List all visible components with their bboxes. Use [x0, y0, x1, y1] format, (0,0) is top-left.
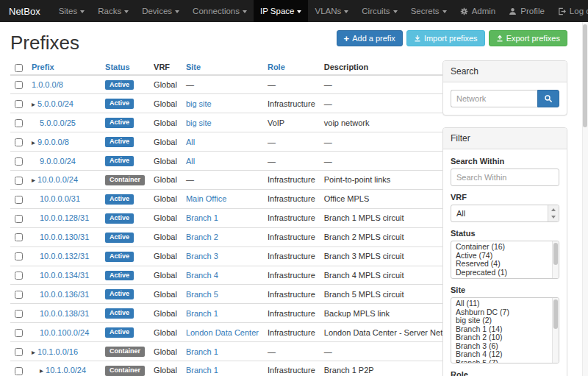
- table-row: 10.0.100.0/24 Active Global London Data …: [10, 323, 459, 342]
- status-cell: Active: [101, 304, 149, 323]
- brand-logo[interactable]: NetBox: [9, 0, 52, 22]
- site-link[interactable]: Branch 3: [186, 252, 218, 260]
- prefix-link[interactable]: 10.0.0.128/31: [40, 213, 89, 222]
- nav-item-vlans[interactable]: VLANs: [308, 0, 355, 22]
- site-link[interactable]: All: [186, 138, 195, 146]
- column-header-prefix[interactable]: Prefix: [32, 63, 54, 71]
- prefix-link[interactable]: 10.1.0.0/24: [46, 366, 86, 375]
- nav-item-profile[interactable]: Profile: [502, 0, 551, 22]
- listbox-option[interactable]: Branch 2 (10): [456, 333, 548, 342]
- prefix-table-wrap: Prefix Status VRF Site Role Description …: [10, 60, 434, 376]
- prefix-link[interactable]: 10.0.0.136/31: [40, 290, 89, 299]
- prefix-link[interactable]: 10.0.0.0/24: [37, 175, 78, 184]
- row-checkbox[interactable]: [15, 215, 23, 223]
- search-within-input[interactable]: [451, 169, 559, 186]
- row-checkbox[interactable]: [15, 119, 23, 127]
- search-button[interactable]: [537, 90, 559, 107]
- page-scrollbar[interactable]: [582, 22, 588, 376]
- prefix-link[interactable]: 10.0.0.130/31: [40, 233, 89, 241]
- description-cell: —: [320, 94, 459, 113]
- site-link[interactable]: big site: [186, 118, 212, 127]
- row-checkbox[interactable]: [15, 196, 23, 204]
- listbox-option[interactable]: Branch 1 (14): [456, 325, 548, 334]
- table-row: 10.0.0.0/31 Active Global Main Office In…: [10, 189, 459, 208]
- listbox-option[interactable]: Container (16): [456, 243, 548, 252]
- vrf-select[interactable]: All: [451, 205, 559, 222]
- column-header-status[interactable]: Status: [105, 63, 130, 71]
- site-link[interactable]: Branch 2: [186, 233, 218, 241]
- listbox-scrollbar: [552, 241, 559, 278]
- site-link[interactable]: Main Office: [186, 194, 226, 203]
- site-link[interactable]: All: [186, 157, 195, 166]
- prefix-link[interactable]: 9.0.0.0/24: [40, 157, 76, 166]
- nav-item-connections[interactable]: Connections: [186, 0, 254, 22]
- nav-item-ip-space[interactable]: IP Space: [254, 0, 308, 22]
- site-link[interactable]: Branch 1: [186, 366, 218, 375]
- row-checkbox[interactable]: [15, 100, 23, 108]
- row-checkbox[interactable]: [15, 252, 23, 260]
- row-checkbox[interactable]: [15, 329, 23, 337]
- prefix-link[interactable]: 5.0.0.0/24: [37, 99, 74, 108]
- vrf-cell: Global: [149, 285, 182, 304]
- listbox-option[interactable]: Branch 4 (12): [456, 350, 548, 359]
- site-link[interactable]: London Data Center: [186, 328, 259, 337]
- row-checkbox[interactable]: [15, 367, 23, 375]
- prefix-link[interactable]: 10.0.0.0/31: [40, 194, 80, 203]
- site-link[interactable]: Branch 1: [186, 309, 218, 318]
- prefix-link[interactable]: 1.0.0.0/8: [32, 80, 63, 89]
- scrollbar-thumb[interactable]: [553, 243, 558, 265]
- nav-item-logout[interactable]: Log out: [551, 0, 588, 22]
- column-header-role[interactable]: Role: [268, 63, 285, 71]
- site-link[interactable]: Branch 1: [186, 213, 218, 222]
- prefix-link[interactable]: 9.0.0.0/8: [37, 138, 69, 146]
- site-listbox[interactable]: All (11)Ashburn DC (7)big site (2)Branch…: [451, 297, 559, 363]
- row-checkbox[interactable]: [15, 291, 23, 299]
- export-prefixes-button[interactable]: Export prefixes: [489, 30, 567, 46]
- nav-item-sites[interactable]: Sites: [52, 0, 92, 22]
- add-prefix-button[interactable]: + Add a prefix: [337, 30, 403, 46]
- listbox-option[interactable]: Reserved (4): [456, 260, 548, 269]
- nav-item-devices[interactable]: Devices: [135, 0, 186, 22]
- listbox-option[interactable]: Branch 5 (7): [456, 359, 548, 364]
- scrollbar-thumb[interactable]: [553, 299, 558, 329]
- nav-item-circuits[interactable]: Circuits: [355, 0, 404, 22]
- row-checkbox[interactable]: [15, 157, 23, 166]
- site-link[interactable]: Branch 1: [186, 347, 218, 356]
- column-header-site[interactable]: Site: [186, 63, 201, 71]
- listbox-option[interactable]: big site (2): [456, 316, 548, 325]
- select-all-checkbox[interactable]: [15, 64, 23, 72]
- prefix-link[interactable]: 10.1.0.0/16: [37, 347, 78, 356]
- row-checkbox[interactable]: [15, 233, 23, 241]
- listbox-option[interactable]: Active (74): [456, 252, 548, 260]
- prefix-link[interactable]: 10.0.0.132/31: [40, 252, 89, 260]
- listbox-option[interactable]: Deprecated (1): [456, 269, 548, 277]
- import-prefixes-button[interactable]: Import prefixes: [406, 30, 485, 46]
- listbox-option[interactable]: All (11): [456, 299, 548, 308]
- search-input[interactable]: [451, 90, 537, 107]
- prefix-cell: ▸5.0.0.0/24: [27, 94, 101, 113]
- row-checkbox[interactable]: [15, 138, 23, 146]
- prefix-link[interactable]: 5.0.0.0/25: [40, 118, 76, 127]
- nav-item-secrets[interactable]: Secrets: [404, 0, 453, 22]
- site-link[interactable]: Branch 5: [186, 290, 218, 299]
- page-scrollbar-thumb[interactable]: [583, 24, 587, 127]
- nav-item-racks[interactable]: Racks: [91, 0, 135, 22]
- prefix-link[interactable]: 10.0.100.0/24: [40, 328, 89, 337]
- row-checkbox[interactable]: [15, 81, 23, 89]
- row-checkbox[interactable]: [15, 348, 23, 356]
- prefix-link[interactable]: 10.0.0.134/31: [40, 271, 89, 280]
- listbox-option[interactable]: Branch 3 (6): [456, 342, 548, 351]
- status-listbox[interactable]: Container (16)Active (74)Reserved (4)Dep…: [451, 241, 559, 279]
- row-checkbox[interactable]: [15, 310, 23, 318]
- row-checkbox[interactable]: [15, 177, 23, 185]
- vrf-selected-value: All: [456, 209, 465, 218]
- logout-icon: [558, 7, 566, 15]
- site-link[interactable]: Branch 4: [186, 271, 218, 280]
- site-link[interactable]: big site: [186, 99, 212, 108]
- role-cell: Infrastructure: [263, 266, 320, 285]
- nav-item-admin[interactable]: Admin: [453, 0, 503, 22]
- prefix-link[interactable]: 10.0.0.138/31: [40, 309, 89, 318]
- action-buttons: + Add a prefix Import prefixes Export pr…: [337, 30, 567, 46]
- listbox-option[interactable]: Ashburn DC (7): [456, 308, 548, 317]
- row-checkbox[interactable]: [15, 272, 23, 280]
